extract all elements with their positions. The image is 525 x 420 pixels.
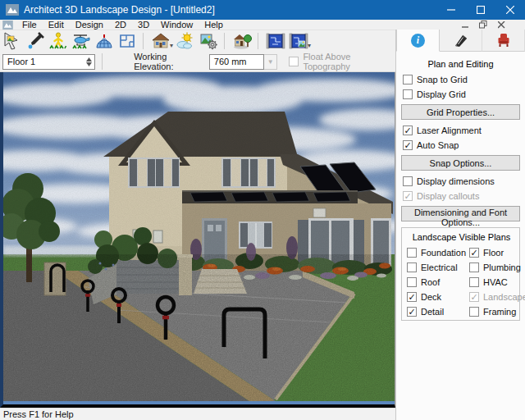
select-tool-button[interactable] bbox=[2, 31, 23, 52]
eyedropper-tool-button[interactable] bbox=[25, 31, 46, 52]
working-elevation-input[interactable]: 760 mm bbox=[209, 54, 264, 70]
foundation-checkbox[interactable]: Foundation bbox=[407, 248, 469, 258]
pen-icon bbox=[453, 32, 469, 48]
checkbox-label: Electrical bbox=[421, 262, 458, 272]
checkbox-box bbox=[469, 262, 479, 272]
electrical-checkbox[interactable]: Electrical bbox=[407, 262, 469, 272]
checkbox-box bbox=[403, 176, 413, 186]
checkbox-box bbox=[403, 75, 413, 84]
checkbox-label: Detail bbox=[421, 307, 444, 317]
floor-spinner[interactable] bbox=[86, 57, 94, 66]
spinner-down-icon bbox=[86, 62, 92, 66]
plan-window-icon bbox=[266, 31, 285, 51]
checkbox-box bbox=[403, 140, 413, 150]
menu-3d[interactable]: 3D bbox=[132, 20, 155, 30]
display-grid-checkbox[interactable]: Display Grid bbox=[403, 89, 520, 99]
document-icon bbox=[2, 21, 13, 30]
menu-2d[interactable]: 2D bbox=[109, 20, 132, 30]
floor-plan-tool-button[interactable] bbox=[116, 31, 138, 52]
checkbox-label: Landscape bbox=[483, 292, 525, 302]
mdi-close-icon bbox=[498, 21, 505, 29]
floor-plan-icon bbox=[117, 31, 137, 51]
menu-help[interactable]: Help bbox=[199, 20, 229, 30]
menu-file[interactable]: File bbox=[16, 20, 43, 30]
select-tool-icon bbox=[2, 31, 22, 51]
framing-checkbox[interactable]: Framing bbox=[469, 307, 525, 317]
status-text: Press F1 for Help bbox=[3, 409, 74, 419]
flyover-icon bbox=[71, 31, 91, 51]
snap-to-grid-checkbox[interactable]: Snap to Grid bbox=[403, 75, 520, 84]
daylight-settings-button[interactable] bbox=[175, 31, 196, 52]
title-bar[interactable]: Architect 3D Landscape Design - [Untitle… bbox=[0, 0, 525, 20]
global-noise bbox=[3, 72, 395, 401]
eyedropper-icon bbox=[25, 31, 45, 51]
application-window: Architect 3D Landscape Design - [Untitle… bbox=[0, 0, 525, 420]
tab-annotation[interactable] bbox=[440, 30, 482, 52]
checkbox-label: Roof bbox=[421, 277, 440, 287]
walkthrough-icon bbox=[48, 31, 68, 51]
roof-checkbox[interactable]: Roof bbox=[407, 277, 469, 287]
checkbox-box bbox=[407, 262, 417, 272]
checkbox-label: Auto Snap bbox=[417, 140, 459, 150]
landscape-view-button[interactable] bbox=[231, 31, 253, 52]
3d-viewport[interactable] bbox=[0, 72, 395, 408]
checkbox-label: Float Above Topography bbox=[303, 52, 395, 71]
plan-detail-window-icon bbox=[289, 31, 308, 51]
mdi-minimize-button[interactable] bbox=[459, 21, 471, 30]
panel-tab-bar: i bbox=[396, 30, 525, 52]
checkbox-label: Foundation bbox=[421, 248, 466, 258]
working-elevation-label: Working Elevation: bbox=[134, 52, 206, 71]
house-view-dropdown-caret[interactable]: ▾ bbox=[170, 42, 173, 52]
mdi-restore-button[interactable] bbox=[477, 21, 489, 30]
app-logo-icon bbox=[6, 4, 19, 16]
detail-checkbox[interactable]: Detail bbox=[407, 307, 469, 317]
display-callouts-checkbox: Display callouts bbox=[403, 191, 520, 201]
checkbox-label: Laser Alignment bbox=[417, 126, 482, 135]
plan-window-dropdown-caret[interactable]: ▾ bbox=[308, 42, 311, 52]
plan-window-button[interactable] bbox=[265, 31, 286, 52]
checkbox-box bbox=[469, 248, 479, 258]
laser-alignment-checkbox[interactable]: Laser Alignment bbox=[403, 126, 520, 135]
info-icon: i bbox=[411, 34, 425, 48]
checkbox-box bbox=[407, 248, 417, 258]
mdi-close-button[interactable] bbox=[495, 21, 507, 30]
chair-icon bbox=[495, 32, 512, 48]
house-3d-view-button[interactable] bbox=[150, 31, 171, 52]
landscape-visible-plans-section: Landscape Visible Plans Foundation Floor… bbox=[401, 227, 520, 321]
dome-view-tool-button[interactable] bbox=[94, 31, 115, 52]
tab-information[interactable]: i bbox=[396, 30, 440, 52]
checkbox-box bbox=[289, 57, 299, 66]
checkbox-label: Display dimensions bbox=[417, 176, 495, 186]
flyover-tool-button[interactable] bbox=[71, 31, 92, 52]
plumbing-checkbox[interactable]: Plumbing bbox=[469, 262, 525, 272]
minimize-button[interactable] bbox=[436, 0, 466, 20]
render-options-button[interactable] bbox=[198, 31, 219, 52]
checkbox-box bbox=[403, 89, 413, 99]
tab-furnishings[interactable] bbox=[482, 30, 525, 52]
dome-view-icon bbox=[94, 31, 114, 51]
dimensioning-font-options-button[interactable]: Dimensioning and Font Options... bbox=[401, 206, 520, 221]
floor-checkbox[interactable]: Floor bbox=[469, 248, 525, 258]
checkbox-box bbox=[469, 292, 479, 302]
snap-options-button[interactable]: Snap Options... bbox=[401, 155, 520, 171]
spinner-up-icon bbox=[86, 57, 92, 62]
maximize-button[interactable] bbox=[466, 0, 495, 20]
close-button[interactable] bbox=[495, 0, 525, 20]
floor-selector[interactable]: Floor 1 bbox=[2, 54, 95, 70]
hvac-checkbox[interactable]: HVAC bbox=[469, 277, 525, 287]
deck-checkbox[interactable]: Deck bbox=[407, 292, 469, 302]
walkthrough-tool-button[interactable] bbox=[48, 31, 69, 52]
display-dimensions-checkbox[interactable]: Display dimensions bbox=[403, 176, 520, 186]
grid-properties-button[interactable]: Grid Properties... bbox=[401, 104, 520, 120]
menu-design[interactable]: Design bbox=[70, 20, 109, 30]
checkbox-label: HVAC bbox=[483, 277, 508, 287]
toolbar-separator bbox=[143, 33, 144, 49]
auto-snap-checkbox[interactable]: Auto Snap bbox=[403, 140, 520, 150]
checkbox-label: Display callouts bbox=[417, 191, 479, 201]
landscape-checkbox: Landscape bbox=[469, 292, 525, 302]
plan-detail-window-button[interactable] bbox=[288, 31, 309, 52]
daylight-icon bbox=[176, 31, 195, 51]
menu-window[interactable]: Window bbox=[155, 20, 199, 30]
checkbox-box bbox=[403, 126, 413, 135]
menu-edit[interactable]: Edit bbox=[43, 20, 70, 30]
